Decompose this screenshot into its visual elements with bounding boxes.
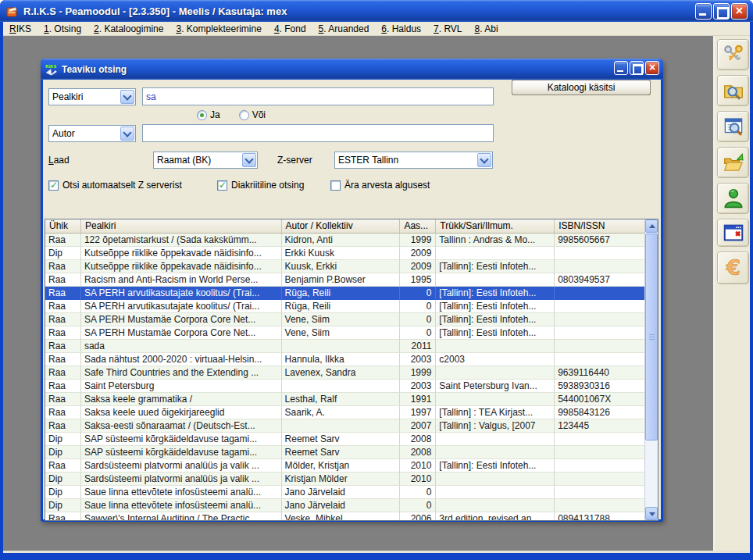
menu-item[interactable]: RIKS <box>3 23 37 35</box>
chevron-down-icon[interactable] <box>477 153 491 167</box>
table-row[interactable]: Dip Kutseõppe riiklike õppekavade näidis… <box>45 247 644 260</box>
open-folder-icon-glyph <box>722 151 745 174</box>
table-row[interactable]: Dip SAP süsteemi kõrgkäideldavuse tagami… <box>45 446 644 459</box>
search-option-checkbox[interactable]: Diakriitiline otsing <box>217 180 304 191</box>
dialog-minimize-button[interactable] <box>614 61 628 75</box>
laad-select[interactable]: Raamat (BK) <box>153 152 258 169</box>
svg-text:RiKS: RiKS <box>45 63 56 68</box>
search-field1-value: Pealkiri <box>49 91 120 102</box>
table-row[interactable]: Raa Sardsüsteemi platvormi analüüs ja va… <box>45 459 644 473</box>
maximize-button[interactable] <box>713 3 730 20</box>
chevron-down-icon[interactable] <box>120 90 134 104</box>
table-row[interactable]: Raa sada 2011 <box>45 340 644 353</box>
app-icon <box>5 5 19 18</box>
cell-pealkiri: SA PERH arvutikasutajate koolitus/ (Trai… <box>81 300 282 313</box>
cell-uhik: Raa <box>45 406 81 419</box>
table-row[interactable]: Raa Saksa-eesti sõnaraamat / (Deutsch-Es… <box>45 419 644 433</box>
cell-uhik: Raa <box>45 287 81 300</box>
operator-radio-option[interactable]: Ja <box>197 109 220 120</box>
cell-trukk: Tallinn : Andras & Mo... <box>436 234 555 247</box>
column-header-isbn[interactable]: ISBN/ISSN <box>555 219 644 233</box>
column-header-uhik[interactable]: Ühik <box>45 219 81 233</box>
search-term2-input[interactable] <box>142 124 494 142</box>
menu-item[interactable]: 7. RVL <box>427 23 468 35</box>
keys-icon[interactable] <box>717 39 749 70</box>
cell-trukk: c2003 <box>436 353 555 366</box>
column-header-pealkiri[interactable]: Pealkiri <box>81 219 282 233</box>
document-search-icon[interactable] <box>717 111 749 142</box>
user-icon-glyph <box>722 187 745 210</box>
cell-uhik: Dip <box>45 486 81 499</box>
dialog-titlebar[interactable]: RiKS Teaviku otsing <box>41 59 663 80</box>
table-row[interactable]: Dip SAP süsteemi kõrgkäideldavuse tagami… <box>45 433 644 446</box>
column-header-aasta[interactable]: Aas... <box>400 219 436 233</box>
search-term1-input[interactable] <box>142 87 494 105</box>
table-row[interactable]: Raa SA PERH Mustamäe Corpora Core Net...… <box>45 326 644 340</box>
table-row[interactable]: Dip Saue linna ettevõtete infosüsteemi a… <box>45 499 644 512</box>
table-row[interactable]: Raa Kutseõppe riiklike õppekavade näidis… <box>45 260 644 273</box>
cell-uhik: Raa <box>45 273 81 287</box>
table-row[interactable]: Raa Saksa keele uued õigekirjareeglid Sa… <box>45 406 644 419</box>
folder-search-icon[interactable] <box>717 75 749 106</box>
checkbox-icon <box>217 180 227 191</box>
cell-uhik: Dip <box>45 247 81 260</box>
cell-autor: Hannula, Ilkka <box>282 353 401 366</box>
table-row[interactable]: Raa Safe Third Countries and the Extendi… <box>45 366 644 380</box>
cell-pealkiri: Saksa-eesti sõnaraamat / (Deutsch-Est... <box>81 419 282 433</box>
menu-item[interactable]: 1. Otsing <box>37 23 87 35</box>
search-option-checkbox[interactable]: Otsi automaatselt Z serverist <box>48 180 182 191</box>
menu-item[interactable]: 8. Abi <box>469 23 505 35</box>
close-window-icon[interactable] <box>717 219 749 247</box>
cell-uhik: Raa <box>45 340 81 353</box>
cell-autor: Reemet Sarv <box>282 446 401 459</box>
table-row[interactable]: Raa SA PERH arvutikasutajate koolitus/ (… <box>45 287 644 300</box>
menu-item[interactable]: 4. Fond <box>268 23 312 35</box>
scroll-down-icon[interactable] <box>645 507 658 520</box>
search-field2-select[interactable]: Autor <box>48 125 136 142</box>
table-row[interactable]: Raa Sawyer\'s Internal Auditing / The Pr… <box>45 512 644 520</box>
table-row[interactable]: Raa SA PERH Mustamäe Corpora Core Net...… <box>45 313 644 326</box>
cell-isbn <box>555 433 644 446</box>
cell-pealkiri: Saue linna ettevõtete infosüsteemi analü… <box>81 499 282 512</box>
table-row[interactable]: Raa Sada nähtust 2000-2020 : virtuaal-He… <box>45 353 644 366</box>
menu-item[interactable]: 5. Aruanded <box>312 23 376 35</box>
vertical-scrollbar[interactable] <box>644 219 658 520</box>
table-row[interactable]: Raa Saint Petersburg 2003 Saint Petersbu… <box>45 380 644 393</box>
dialog-body: Pealkiri Ja Või Autor <box>43 80 661 519</box>
search-field1-select[interactable]: Pealkiri <box>48 88 136 105</box>
close-button[interactable] <box>731 3 748 20</box>
table-row[interactable]: Dip Saue linna ettevõtete infosüsteemi a… <box>45 486 644 499</box>
chevron-down-icon[interactable] <box>242 153 256 167</box>
main-titlebar[interactable]: R.I.K.S - Peamoodul - [2.3.350] - Meelis… <box>0 0 753 22</box>
cell-isbn <box>555 446 644 459</box>
zserver-select[interactable]: ESTER Tallinn <box>334 152 493 169</box>
minimize-button[interactable] <box>695 3 712 20</box>
cell-aasta: 2003 <box>400 353 436 366</box>
column-header-autor[interactable]: Autor / Kollektiiv <box>282 219 401 233</box>
operator-radio-option[interactable]: Või <box>239 109 266 120</box>
table-row[interactable]: Raa Saksa keele grammatika / Lesthal, Ra… <box>45 393 644 406</box>
cell-aasta: 0 <box>400 313 436 326</box>
user-icon[interactable] <box>717 183 749 214</box>
table-row[interactable]: Dip Sardsüsteemi platvormi analüüs ja va… <box>45 473 644 486</box>
table-row[interactable]: Raa SA PERH arvutikasutajate koolitus/ (… <box>45 300 644 313</box>
table-row[interactable]: Raa Racism and Anti-Racism in World Pers… <box>45 273 644 287</box>
scrollbar-thumb[interactable] <box>645 234 658 441</box>
menu-item[interactable]: 3. Komplekteerimine <box>170 23 267 35</box>
euro-icon[interactable]: € <box>717 251 749 284</box>
scroll-up-icon[interactable] <box>645 219 658 233</box>
table-row[interactable]: Raa 122 õpetamistarkust / (Sada kakskümm… <box>45 234 644 247</box>
chevron-down-icon[interactable] <box>120 127 134 141</box>
open-folder-icon[interactable] <box>717 147 749 178</box>
cell-uhik: Raa <box>45 512 81 520</box>
cell-autor: Saarik, A. <box>282 406 401 419</box>
search-option-checkbox[interactable]: Ära arvesta algusest <box>330 180 430 191</box>
action-button[interactable]: Kataloogi käsitsi <box>512 80 651 95</box>
menu-item[interactable]: 6. Haldus <box>375 23 427 35</box>
menu-item[interactable]: 2. Kataloogimine <box>87 23 170 35</box>
cell-aasta: 0 <box>400 326 436 340</box>
dialog-close-button[interactable] <box>645 61 659 75</box>
dialog-maximize-button[interactable] <box>630 61 644 75</box>
column-header-trukk[interactable]: Trükk/Sari/Ilmum. <box>436 219 555 233</box>
cell-aasta: 2011 <box>400 340 436 353</box>
